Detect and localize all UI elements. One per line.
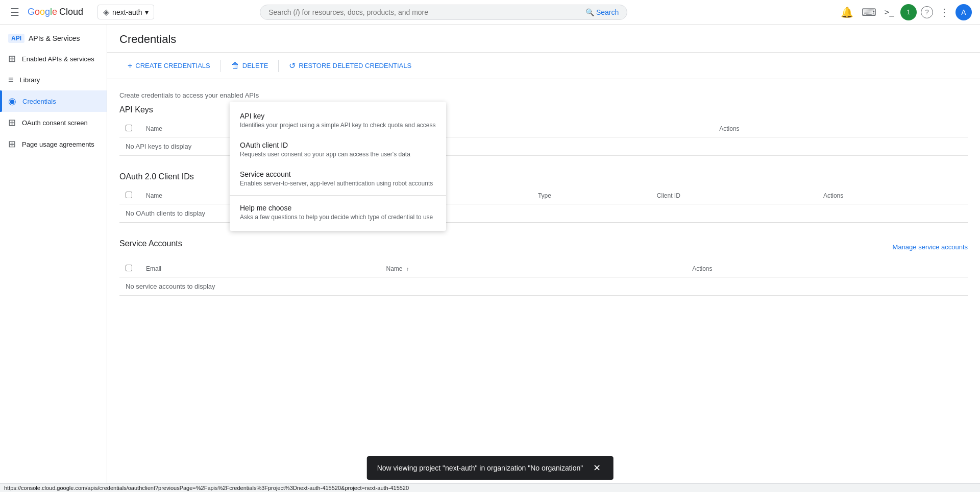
api-keys-empty-text: No API keys to display	[126, 143, 191, 150]
api-keys-actions-col: Actions	[713, 121, 968, 137]
service-account-title: Service account	[240, 170, 436, 178]
snackbar-message: Now viewing project "next-auth" in organ…	[377, 464, 583, 472]
oauth-actions-col: Actions	[817, 188, 968, 204]
snackbar: Now viewing project "next-auth" in organ…	[367, 456, 614, 480]
sa-name-col[interactable]: Name ↑	[380, 261, 686, 277]
dropdown-item-help-me-choose[interactable]: Help me choose Asks a few questions to h…	[230, 198, 446, 227]
search-button[interactable]: 🔍 Search	[585, 8, 619, 16]
dropdown-item-oauth-client[interactable]: OAuth client ID Requests user consent so…	[230, 135, 446, 164]
toolbar: + CREATE CREDENTIALS API key Identifies …	[107, 53, 980, 79]
avatar[interactable]: A	[955, 4, 972, 20]
oauth-type-col: Type	[532, 188, 651, 204]
page-usage-icon: ⊞	[8, 138, 16, 150]
intro-text: Create credentials to access your enable…	[119, 91, 968, 99]
create-credentials-dropdown: API key Identifies your project using a …	[230, 102, 446, 231]
page-header: Credentials	[107, 25, 980, 53]
oauth-consent-icon: ⊞	[8, 117, 16, 128]
terminal-icon[interactable]: >_	[883, 5, 896, 19]
oauth-client-desc: Requests user consent so your app can ac…	[240, 151, 436, 158]
toolbar-divider-1	[220, 60, 221, 72]
project-selector[interactable]: ◈ next-auth ▾	[97, 5, 154, 19]
close-icon: ✕	[593, 463, 601, 473]
main-content: Credentials + CREATE CREDENTIALS API key…	[107, 25, 980, 492]
chevron-down-icon: ▾	[145, 8, 149, 16]
search-icon: 🔍	[585, 8, 594, 16]
add-icon: +	[128, 61, 132, 71]
dropdown-divider	[230, 195, 446, 196]
search-input[interactable]	[268, 8, 581, 16]
project-icon: ◈	[103, 7, 109, 17]
project-name: next-auth	[112, 8, 142, 16]
cloud-text: Cloud	[59, 7, 83, 17]
notification-badge[interactable]: 1	[900, 4, 917, 20]
hamburger-icon[interactable]: ☰	[8, 4, 21, 20]
delete-label: DELETE	[242, 62, 268, 69]
help-icon[interactable]: ?	[921, 6, 933, 18]
dropdown-item-api-key[interactable]: API key Identifies your project using a …	[230, 106, 446, 135]
restore-label: RESTORE DELETED CREDENTIALS	[299, 62, 411, 69]
help-me-choose-title: Help me choose	[240, 204, 436, 212]
sa-actions-col: Actions	[686, 261, 968, 277]
sa-empty-row: No service accounts to display	[119, 277, 968, 296]
sidebar-item-label: OAuth consent screen	[22, 119, 88, 127]
sa-empty-text: No service accounts to display	[126, 283, 215, 290]
toolbar-divider-2	[278, 60, 279, 72]
service-accounts-header: Service Accounts Manage service accounts	[119, 239, 968, 254]
enabled-apis-icon: ⊞	[8, 53, 16, 64]
oauth-checkbox-col	[119, 188, 140, 204]
oauth-client-title: OAuth client ID	[240, 141, 436, 149]
api-key-desc: Identifies your project using a simple A…	[240, 122, 436, 129]
navbar-right: 🔔 ⌨ >_ 1 ? ⋮ A	[839, 4, 972, 20]
navbar-left: ☰ Google Cloud ◈ next-auth ▾	[8, 4, 154, 20]
dropdown-item-service-account[interactable]: Service account Enables server-to-server…	[230, 164, 446, 193]
sidebar-item-enabled-apis[interactable]: ⊞ Enabled APIs & services	[0, 48, 107, 69]
search-button-label: Search	[596, 8, 619, 16]
status-url: https://console.cloud.google.com/apis/cr…	[4, 485, 409, 491]
api-badge: API	[8, 34, 24, 43]
service-account-desc: Enables server-to-server, app-level auth…	[240, 180, 436, 187]
delete-icon: 🗑	[231, 61, 239, 71]
more-options-icon[interactable]: ⋮	[937, 4, 951, 20]
status-bar: https://console.cloud.google.com/apis/cr…	[0, 483, 980, 492]
sidebar-item-library[interactable]: ≡ Library	[0, 69, 107, 90]
sidebar-header: API APIs & Services	[0, 29, 107, 48]
sa-email-col: Email	[140, 261, 380, 277]
service-accounts-section: Service Accounts Manage service accounts…	[119, 239, 968, 296]
sidebar-item-label: Credentials	[22, 98, 56, 105]
sa-checkbox-col	[119, 261, 140, 277]
sa-select-all[interactable]	[126, 265, 132, 271]
service-accounts-table: Email Name ↑ Actions No service accounts…	[119, 261, 968, 296]
search-bar: 🔍 Search	[260, 5, 627, 20]
oauth-empty-text: No OAuth clients to display	[126, 209, 205, 217]
sidebar-item-page-usage[interactable]: ⊞ Page usage agreements	[0, 133, 107, 155]
sidebar-item-credentials[interactable]: ◉ Credentials	[0, 90, 107, 112]
oauth-select-all[interactable]	[126, 192, 132, 198]
help-me-choose-desc: Asks a few questions to help you decide …	[240, 214, 436, 221]
sort-asc-icon: ↑	[406, 266, 409, 272]
sidebar-item-label: Enabled APIs & services	[22, 55, 94, 63]
main-layout: API APIs & Services ⊞ Enabled APIs & ser…	[0, 25, 980, 492]
delete-button[interactable]: 🗑 DELETE	[223, 57, 277, 75]
notifications-icon[interactable]: 🔔	[839, 4, 855, 20]
sidebar-item-label: Library	[20, 76, 40, 84]
restore-button[interactable]: ↺ RESTORE DELETED CREDENTIALS	[281, 57, 420, 75]
credentials-icon: ◉	[8, 96, 16, 107]
create-credentials-button[interactable]: + CREATE CREDENTIALS	[119, 57, 218, 75]
page-title: Credentials	[119, 33, 968, 46]
oauth-client-id-col: Client ID	[651, 188, 817, 204]
manage-service-accounts-link[interactable]: Manage service accounts	[893, 243, 968, 251]
create-credentials-label: CREATE CREDENTIALS	[135, 62, 210, 69]
library-icon: ≡	[8, 75, 14, 85]
google-logo-text: Google	[28, 7, 57, 17]
api-keys-select-all[interactable]	[126, 125, 132, 131]
sidebar-item-oauth-consent[interactable]: ⊞ OAuth consent screen	[0, 112, 107, 133]
navbar: ☰ Google Cloud ◈ next-auth ▾ 🔍 Search 🔔 …	[0, 0, 980, 25]
api-key-title: API key	[240, 112, 436, 120]
cloud-shell-icon[interactable]: ⌨	[860, 4, 878, 20]
sidebar-title: APIs & Services	[29, 34, 80, 42]
snackbar-close-button[interactable]: ✕	[591, 462, 603, 474]
service-accounts-title: Service Accounts	[119, 239, 182, 248]
restore-icon: ↺	[289, 61, 296, 71]
google-cloud-logo: Google Cloud	[28, 7, 83, 17]
sidebar: API APIs & Services ⊞ Enabled APIs & ser…	[0, 25, 107, 492]
